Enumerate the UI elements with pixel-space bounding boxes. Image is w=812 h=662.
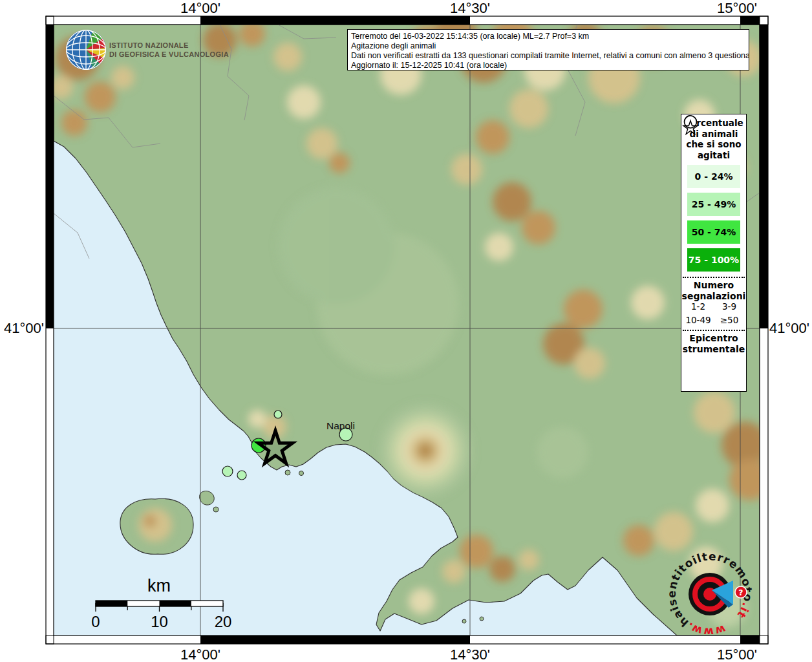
legend-swatch-25-49: 25 - 49%	[687, 193, 740, 216]
signal-size-50plus: ≥50	[720, 315, 739, 325]
axis-label-bottom-14-00: 14°00'	[180, 646, 220, 662]
legend-signal-sizes: 1-2 3-9 10-49 ≥50	[683, 301, 745, 325]
map-content: Napoli km 0 10 20	[50, 10, 771, 639]
legend-swatch-0-24: 0 - 24%	[687, 165, 740, 188]
legend-signals-title: Numero segnalazioni	[682, 280, 746, 301]
legend-signals-title-line: segnalazioni	[682, 291, 746, 302]
scale-label-20: 20	[215, 613, 232, 630]
axis-label-top-14-30: 14°30'	[450, 0, 490, 16]
question-mark-glyph: ?	[738, 588, 743, 597]
legend-swatch-label: 75 - 100%	[689, 255, 739, 265]
ingv-name-line1: ISTITUTO NAZIONALE	[109, 41, 189, 49]
legend-title-line: agitati	[684, 150, 743, 161]
islet-nisida	[285, 470, 290, 475]
islet	[213, 507, 219, 512]
legend-divider	[683, 277, 745, 278]
legend-swatch-label: 50 - 74%	[692, 227, 736, 237]
islet	[462, 619, 466, 623]
signal-size-label: 1-2	[691, 302, 705, 311]
legend-divider	[683, 330, 745, 331]
report-circle	[237, 471, 246, 480]
scale-label-0: 0	[91, 613, 100, 630]
legend-swatch-label: 25 - 49%	[692, 199, 736, 209]
earthquake-info-box: Terremoto del 16-03-2022 15:14:35 (ora l…	[347, 29, 749, 70]
islet	[299, 471, 304, 476]
signal-size-label: 10-49	[685, 315, 710, 325]
legend-signals-title-line: Numero	[682, 280, 746, 291]
legend-swatch-75-100: 75 - 100%	[687, 248, 740, 272]
earthquake-felt-map-page: 14°00' 14°30' 15°00' 14°00' 14°30' 15°00…	[0, 0, 812, 662]
legend-title-line: che si sono	[684, 139, 743, 150]
islet	[480, 617, 484, 621]
info-line-event: Terremoto del 16-03-2022 15:14:35 (ora l…	[351, 32, 745, 41]
axis-label-top-15-00: 15°00'	[717, 0, 757, 16]
info-line-topic: Agitazione degli animali	[351, 41, 745, 51]
signal-size-label: 3-9	[722, 302, 736, 311]
info-line-source: Dati non verificati estratti da 133 ques…	[351, 51, 745, 61]
ingv-name-line2: DI GEOFISICA E VULCANOLOGIA	[109, 50, 229, 58]
signal-size-10-49: 10-49	[685, 315, 710, 325]
legend-epicenter-title: Epicentro strumentale	[683, 333, 745, 354]
axis-label-right-41-00: 41°00'	[769, 320, 809, 336]
signal-size-1-2: 1-2	[691, 301, 705, 311]
axis-label-bottom-15-00: 15°00'	[717, 646, 757, 662]
epicenter-star-icon	[681, 118, 700, 136]
axis-label-bottom-14-30: 14°30'	[450, 646, 490, 662]
scale-label-10: 10	[151, 613, 168, 630]
signal-size-label: ≥50	[720, 315, 739, 325]
legend-panel: Percentuale di animali che si sono agita…	[681, 114, 747, 392]
legend-swatch-label: 0 - 24%	[695, 171, 733, 182]
info-line-updated: Aggiornato il: 15-12-2025 10:41 (ora loc…	[351, 61, 745, 70]
city-label-napoli: Napoli	[326, 420, 355, 431]
signal-size-3-9: 3-9	[722, 301, 736, 311]
island-procida	[200, 491, 215, 505]
legend-epicenter-title-line: Epicentro	[683, 333, 745, 344]
axis-label-top-14-00: 14°00'	[180, 0, 220, 16]
scale-bar-unit: km	[147, 576, 171, 595]
report-circle	[274, 411, 282, 418]
legend-epicenter-title-line: strumentale	[683, 344, 745, 355]
axis-label-left-41-00: 41°00'	[4, 320, 44, 336]
legend-swatch-50-74: 50 - 74%	[687, 220, 740, 244]
report-circle	[222, 466, 233, 476]
